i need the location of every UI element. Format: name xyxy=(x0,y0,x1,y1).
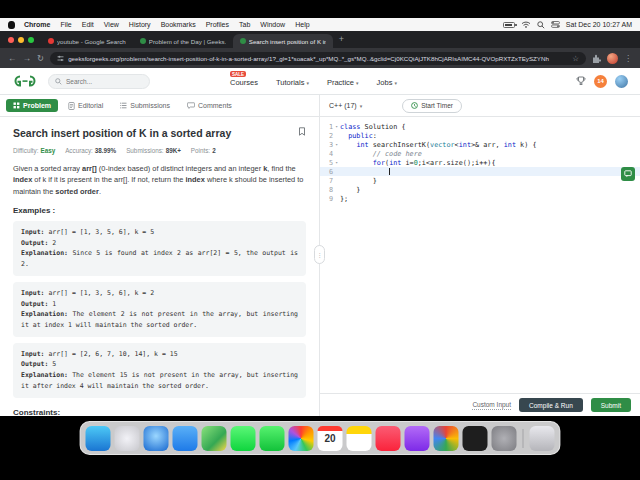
streak-badge[interactable]: 14 xyxy=(594,75,607,88)
editor-footer: Custom Input Compile & Run Submit xyxy=(320,393,640,416)
close-window-button[interactable] xyxy=(8,37,14,43)
dock-icon-launchpad[interactable] xyxy=(115,426,140,451)
control-center-icon[interactable] xyxy=(551,21,560,28)
menubar-item-bookmarks[interactable]: Bookmarks xyxy=(156,21,201,28)
site-settings-icon[interactable] xyxy=(57,55,64,62)
line-number: 2 xyxy=(320,132,333,140)
line-number: 3 xyxy=(320,141,333,149)
dock-icon-maps[interactable] xyxy=(202,426,227,451)
extensions-icon[interactable] xyxy=(592,54,601,63)
address-bar[interactable]: geeksforgeeks.org/problems/search-insert… xyxy=(50,52,586,65)
dock-icon-messages[interactable] xyxy=(231,426,256,451)
dock-icon-facetime[interactable] xyxy=(260,426,285,451)
spotlight-search-icon[interactable] xyxy=(537,21,545,29)
nav-item-jobs[interactable]: Jobs▾ xyxy=(377,75,397,87)
forward-button[interactable]: → xyxy=(23,54,32,63)
nav-item-practice[interactable]: Practice▾ xyxy=(327,75,359,87)
example-box-2: Input: arr[] = [1, 3, 5, 6], k = 2 Outpu… xyxy=(13,282,306,337)
menubar-item-history[interactable]: History xyxy=(124,21,156,28)
difficulty-value: Easy xyxy=(40,147,55,154)
tab-problem[interactable]: Problem xyxy=(6,99,58,112)
dock-icon-podcasts[interactable] xyxy=(405,426,430,451)
window-controls xyxy=(8,37,34,43)
dock-icon-photos[interactable] xyxy=(289,426,314,451)
code-line[interactable]: 2 public: xyxy=(320,131,640,140)
browser-tab[interactable]: Search insert position of K in... xyxy=(233,34,333,48)
menubar-item-window[interactable]: Window xyxy=(255,21,290,28)
code-line[interactable]: 3▾ int searchInsertK(vector<int>& arr, i… xyxy=(320,140,640,149)
user-avatar[interactable] xyxy=(615,75,628,88)
submit-button[interactable]: Submit xyxy=(591,398,631,412)
fold-icon[interactable]: ▾ xyxy=(333,124,340,129)
code-line[interactable]: 9}; xyxy=(320,194,640,203)
back-button[interactable]: ← xyxy=(8,54,17,63)
tab-comments[interactable]: Comments xyxy=(180,99,239,112)
panel-resize-handle[interactable]: ⋮ xyxy=(314,245,325,264)
problem-tabbar: Problem Editorial Submissions xyxy=(0,95,320,116)
dock-icon-calendar[interactable]: 20 xyxy=(318,426,343,451)
menubar-item-chrome[interactable]: Chrome xyxy=(19,21,55,28)
desktop-screen: ChromeFileEditViewHistoryBookmarksProfil… xyxy=(0,0,640,480)
dock-icon-music[interactable] xyxy=(376,426,401,451)
apple-logo-icon[interactable] xyxy=(8,21,15,29)
dock-icon-notes[interactable] xyxy=(347,426,372,451)
code-line[interactable]: 6 xyxy=(320,167,640,176)
menubar-item-view[interactable]: View xyxy=(99,21,124,28)
battery-icon[interactable] xyxy=(503,22,515,28)
nav-item-courses[interactable]: SALE Courses xyxy=(230,75,258,87)
tab-favicon-icon xyxy=(140,38,146,44)
new-tab-button[interactable]: + xyxy=(339,34,344,44)
dock-icon-safari[interactable] xyxy=(144,426,169,451)
reload-button[interactable]: ↻ xyxy=(37,54,44,63)
tab-submissions[interactable]: Submissions xyxy=(113,99,177,112)
wifi-icon[interactable] xyxy=(521,21,531,28)
browser-tab[interactable]: Problem of the Day | Geeks... xyxy=(133,34,233,48)
compile-run-button[interactable]: Compile & Run xyxy=(519,398,583,412)
bookmark-star-icon[interactable]: ☆ xyxy=(572,54,579,63)
language-selector[interactable]: C++ (17)▾ xyxy=(329,102,362,109)
line-number: 1 xyxy=(320,123,333,131)
chrome-menu-icon[interactable]: ⋮ xyxy=(624,54,632,63)
start-timer-button[interactable]: Start Timer xyxy=(402,99,462,113)
menubar-item-tab[interactable]: Tab xyxy=(234,21,255,28)
tab-title: youtube - Google Search xyxy=(57,38,126,45)
dock-icon-finder[interactable] xyxy=(86,426,111,451)
gfg-assistant-button[interactable] xyxy=(621,167,635,181)
dock-icon-system-settings[interactable] xyxy=(492,426,517,451)
problem-meta: Difficulty:Easy Accuracy:38.99% Submissi… xyxy=(13,147,306,154)
line-number: 9 xyxy=(320,195,333,203)
bookmark-icon[interactable] xyxy=(298,127,306,136)
url-text[interactable]: geeksforgeeks.org/problems/search-insert… xyxy=(68,55,568,62)
fold-icon[interactable]: ▾ xyxy=(333,142,340,147)
code-editor[interactable]: 1▾class Solution {2 public:3▾ int search… xyxy=(320,117,640,393)
dock-icon-chrome[interactable] xyxy=(434,426,459,451)
menubar-item-profiles[interactable]: Profiles xyxy=(201,21,234,28)
maximize-window-button[interactable] xyxy=(28,37,34,43)
code-line[interactable]: 4 // code here xyxy=(320,149,640,158)
menubar-item-file[interactable]: File xyxy=(55,21,76,28)
code-line[interactable]: 8 } xyxy=(320,185,640,194)
menubar-item-edit[interactable]: Edit xyxy=(77,21,99,28)
gfg-logo[interactable] xyxy=(12,74,38,88)
line-number: 8 xyxy=(320,186,333,194)
site-search-box[interactable] xyxy=(48,74,150,89)
browser-tab[interactable]: youtube - Google Search xyxy=(41,34,133,48)
chrome-window: youtube - Google SearchProblem of the Da… xyxy=(0,31,640,416)
code-line[interactable]: 5▾ for(int i=0;i<arr.size();i++){ xyxy=(320,158,640,167)
custom-input-link[interactable]: Custom Input xyxy=(472,401,511,410)
gfg-nav: SALE Courses Tutorials▾ Practice▾ Jobs▾ xyxy=(230,75,397,87)
trophy-icon[interactable] xyxy=(576,76,586,86)
search-input[interactable] xyxy=(66,78,146,85)
nav-item-tutorials[interactable]: Tutorials▾ xyxy=(276,75,309,87)
tab-editorial[interactable]: Editorial xyxy=(61,99,110,113)
minimize-window-button[interactable] xyxy=(18,37,24,43)
fold-icon[interactable]: ▾ xyxy=(333,160,340,165)
browser-profile-avatar[interactable] xyxy=(607,53,618,64)
menubar-clock[interactable]: Sat Dec 20 10:27 AM xyxy=(566,21,632,28)
dock-icon-terminal[interactable] xyxy=(463,426,488,451)
code-line[interactable]: 1▾class Solution { xyxy=(320,122,640,131)
code-line[interactable]: 7 } xyxy=(320,176,640,185)
menubar-item-help[interactable]: Help xyxy=(290,21,314,28)
dock-icon-trash[interactable] xyxy=(530,426,555,451)
dock-icon-mail[interactable] xyxy=(173,426,198,451)
